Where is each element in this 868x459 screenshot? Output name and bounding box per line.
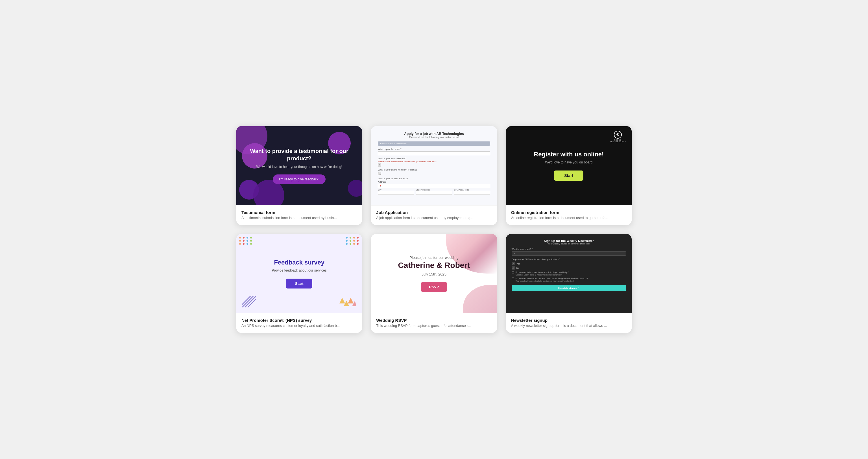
card-testimonial[interactable]: Want to provide a testimonial for our pr…: [236, 126, 362, 225]
newsletter-desc: A weekly newsletter sign up form is a do…: [511, 324, 627, 328]
wedding-date: July 15th, 2025: [398, 272, 470, 276]
feedback-survey-preview-sub: Provide feedback about our services: [272, 268, 327, 272]
radio-yes[interactable]: A: [512, 262, 515, 265]
feedback-survey-preview: Feedback survey Provide feedback about o…: [236, 234, 362, 313]
testimonial-cta-button[interactable]: I'm ready to give feedback!: [273, 174, 326, 184]
triangles-bottom-right: [339, 292, 356, 307]
dots-top-right: [346, 237, 359, 245]
newsletter-preview-title: Sign up for the Weekly Newsletter: [512, 239, 626, 242]
online-reg-preview: FOCUSPHOTOGRAPHY Register with us online…: [506, 126, 632, 205]
online-reg-title: Online registration form: [511, 210, 627, 215]
svg-marker-7: [344, 301, 349, 306]
job-app-q2: What is your email address?: [378, 157, 490, 160]
email-icon-newsletter: ✉: [514, 252, 515, 255]
weekly-tips-checkbox[interactable]: [512, 271, 514, 274]
newsletter-submit-button[interactable]: Complete sign up ✓: [512, 285, 626, 291]
job-app-header: Apply for a job with AB Technologies Ple…: [378, 132, 490, 139]
job-app-input-name[interactable]: [378, 151, 490, 155]
job-application-title: Job Application: [376, 210, 492, 215]
newsletter-checkboxes: Do you want to be added to our newslette…: [512, 271, 626, 282]
newsletter-title: Newsletter signup: [511, 318, 627, 323]
weekly-tips-row[interactable]: Do you want to be added to our newslette…: [512, 271, 626, 276]
radio-no[interactable]: A: [512, 266, 515, 270]
job-app-q1: What is your full name?: [378, 148, 490, 151]
card-job-application[interactable]: Apply for a job with AB Technologies Ple…: [371, 126, 497, 225]
job-app-input-address[interactable]: 📍: [378, 184, 490, 188]
online-reg-preview-title: Register with us online!: [534, 151, 604, 158]
wedding-rsvp-info: Wedding RSVP This wedding RSVP form capt…: [371, 313, 497, 333]
testimonial-desc: A testimonial submission form is a docum…: [241, 216, 357, 220]
card-newsletter[interactable]: Sign up for the Weekly Newsletter Your w…: [506, 234, 632, 333]
feedback-survey-desc: An NPS survey measures customer loyalty …: [241, 324, 357, 328]
job-app-q3: What is your phone number? (optional): [378, 168, 490, 171]
dots-top-left: [239, 237, 252, 245]
online-reg-desc: An online registration form is a documen…: [511, 216, 627, 220]
job-app-preview-sub: Please fill out the following informatio…: [378, 136, 490, 139]
svg-marker-8: [348, 298, 353, 303]
feedback-survey-preview-title: Feedback survey: [272, 259, 327, 266]
job-app-address-label: Address: [378, 181, 490, 183]
city-input[interactable]: [378, 191, 414, 195]
job-app-city-row: City State / Province ZIP / Postal code: [378, 189, 490, 196]
newsletter-no-option[interactable]: A No: [512, 266, 626, 270]
job-application-info: Job Application A job application form i…: [371, 205, 497, 225]
card-wedding-rsvp[interactable]: Please join us for our wedding Catherine…: [371, 234, 497, 333]
feedback-survey-cta-button[interactable]: Start: [286, 278, 313, 289]
newsletter-email-input[interactable]: ✉: [512, 251, 626, 256]
wedding-rsvp-desc: This wedding RSVP form captures guest in…: [376, 324, 492, 328]
card-online-registration[interactable]: FOCUSPHOTOGRAPHY Register with us online…: [506, 126, 632, 225]
svg-line-2: [242, 296, 253, 307]
newsletter-email-label: What is your email? *: [512, 248, 626, 251]
sponsor-checkbox[interactable]: [512, 277, 514, 280]
stripes-bottom-left: [242, 296, 256, 307]
zip-label: ZIP / Postal code: [454, 189, 490, 191]
svg-line-4: [248, 299, 256, 307]
sponsor-text: Do you want to share your email to enter…: [516, 277, 588, 282]
state-label: State / Province: [416, 189, 452, 191]
testimonial-preview: Want to provide a testimonial for our pr…: [236, 126, 362, 205]
online-reg-cta-button[interactable]: Start: [554, 170, 583, 181]
svg-point-1: [617, 134, 618, 135]
online-reg-preview-sub: We'd love to have you on board: [534, 160, 604, 164]
online-reg-content: Register with us online! We'd love to ha…: [525, 151, 612, 181]
wedding-names: Catherine & Robert: [398, 261, 470, 270]
newsletter-preview-sub: Your weekly source of all things busines…: [512, 242, 626, 245]
job-app-section: Basic applicant information: [378, 141, 490, 146]
wedding-rsvp-content: Please join us for our wedding Catherine…: [390, 256, 478, 292]
online-reg-info: Online registration form An online regis…: [506, 205, 632, 225]
testimonial-preview-sub: We would love to hear your thoughts on h…: [248, 165, 351, 169]
svg-marker-6: [339, 298, 345, 303]
wedding-rsvp-button[interactable]: RSVP: [421, 282, 447, 292]
feedback-survey-info: Net Promoter Score® (NPS) survey An NPS …: [236, 313, 362, 333]
cards-grid: Want to provide a testimonial for our pr…: [236, 126, 632, 333]
newsletter-info: Newsletter signup A weekly newsletter si…: [506, 313, 632, 333]
testimonial-preview-title: Want to provide a testimonial for our pr…: [248, 147, 351, 162]
city-label: City: [378, 189, 414, 191]
job-app-q2-hint: Please use an email address different th…: [378, 161, 490, 163]
weekly-tips-text: Do you want to be added to our newslette…: [516, 271, 569, 276]
svg-line-5: [242, 296, 250, 304]
feedback-survey-content: Feedback survey Provide feedback about o…: [260, 259, 338, 289]
sponsor-row[interactable]: Do you want to share your email to enter…: [512, 277, 626, 282]
newsletter-sms-question: Do you want SMS reminders about publicat…: [512, 258, 626, 261]
focus-logo: FOCUSPHOTOGRAPHY: [610, 131, 626, 142]
email-icon: ✉: [378, 163, 381, 167]
wedding-invite-text: Please join us for our wedding: [398, 256, 470, 260]
wedding-rsvp-title: Wedding RSVP: [376, 318, 492, 323]
wedding-rsvp-preview: Please join us for our wedding Catherine…: [371, 234, 497, 313]
job-app-preview-title: Apply for a job with AB Technologies: [378, 132, 490, 136]
job-application-desc: A job application form is a document use…: [376, 216, 492, 220]
newsletter-header: Sign up for the Weekly Newsletter Your w…: [512, 239, 626, 245]
job-application-preview: Apply for a job with AB Technologies Ple…: [371, 126, 497, 205]
zip-input[interactable]: [454, 191, 490, 195]
phone-icon: 📞: [378, 172, 381, 175]
no-label: No: [517, 267, 519, 269]
testimonial-info: Testimonial form A testimonial submissio…: [236, 205, 362, 225]
newsletter-yes-option[interactable]: A Yes: [512, 262, 626, 265]
testimonial-title: Testimonial form: [241, 210, 357, 215]
state-input[interactable]: [416, 191, 452, 195]
card-feedback-survey[interactable]: Feedback survey Provide feedback about o…: [236, 234, 362, 333]
yes-label: Yes: [517, 263, 520, 265]
svg-marker-9: [352, 301, 356, 306]
job-app-q4: What is your current address?: [378, 177, 490, 180]
